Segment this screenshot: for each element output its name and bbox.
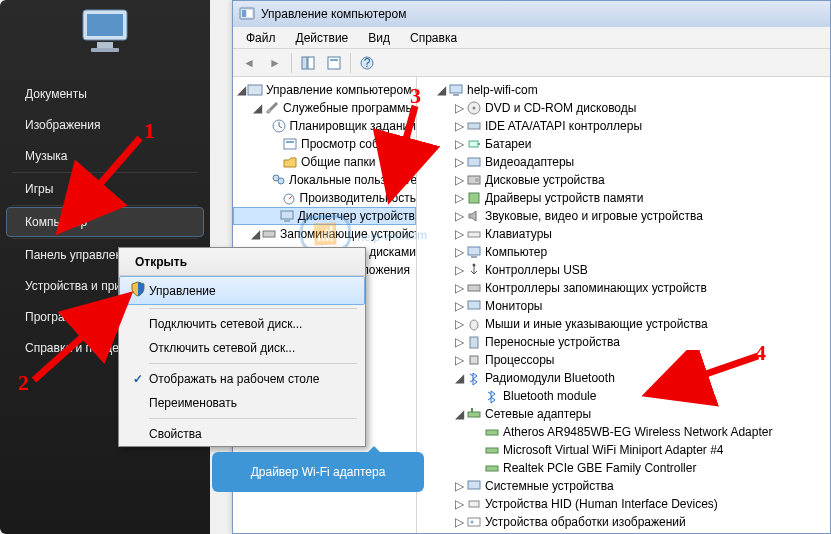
svg-rect-3	[91, 48, 119, 52]
svg-rect-33	[469, 141, 478, 147]
node-label: Устройства обработки изображений	[485, 515, 686, 529]
svg-rect-32	[468, 123, 480, 129]
svg-text:?: ?	[364, 56, 371, 70]
ctx-open[interactable]: Открыть	[119, 248, 365, 276]
computer-icon	[75, 0, 155, 60]
node-icon	[466, 244, 482, 260]
show-hide-tree-button[interactable]	[296, 51, 320, 75]
device-node[interactable]: ▷Клавиатуры	[417, 225, 830, 243]
svg-rect-35	[468, 158, 480, 166]
device-leaf[interactable]: Microsoft Virtual WiFi Miniport Adapter …	[417, 441, 830, 459]
tree-root[interactable]: ◢ Управление компьютером (локальным)	[233, 81, 416, 99]
node-icon	[466, 154, 482, 170]
node-label: Устройства HID (Human Interface Devices)	[485, 497, 718, 511]
svg-rect-41	[471, 256, 477, 258]
tree-root[interactable]: ◢ help-wifi-com	[417, 81, 830, 99]
ctx-label: Переименовать	[149, 396, 237, 410]
device-leaf[interactable]: Atheros AR9485WB-EG Wireless Network Ada…	[417, 423, 830, 441]
menu-help[interactable]: Справка	[401, 28, 466, 48]
node-label: Радиомодули Bluetooth	[485, 371, 615, 385]
node-icon	[466, 496, 482, 512]
node-icon	[466, 262, 482, 278]
svg-rect-48	[468, 412, 480, 417]
svg-rect-53	[468, 481, 480, 489]
ctx-label: Отображать на рабочем столе	[149, 372, 319, 386]
menu-action[interactable]: Действие	[287, 28, 358, 48]
svg-rect-21	[281, 211, 293, 219]
node-icon	[466, 514, 482, 530]
node-icon	[466, 316, 482, 332]
node-label: Переносные устройства	[485, 335, 620, 349]
node-label: Процессоры	[485, 353, 555, 367]
toolbar: ◄ ► ?	[233, 49, 830, 77]
device-tree[interactable]: ◢ help-wifi-com ▷DVD и CD-ROM дисководы▷…	[417, 77, 830, 533]
svg-rect-10	[330, 59, 338, 61]
node-icon	[466, 208, 482, 224]
device-node[interactable]: ▷Мониторы	[417, 297, 830, 315]
forward-button[interactable]: ►	[263, 51, 287, 75]
node-label: Atheros AR9485WB-EG Wireless Network Ada…	[503, 425, 772, 439]
node-label: Мыши и иные указывающие устройства	[485, 317, 708, 331]
node-label: Microsoft Virtual WiFi Miniport Adapter …	[503, 443, 724, 457]
help-button[interactable]: ?	[355, 51, 379, 75]
ctx-properties[interactable]: Свойства	[119, 422, 365, 446]
ctx-disconnect-drive[interactable]: Отключить сетевой диск...	[119, 336, 365, 360]
device-node[interactable]: ▷Устройства HID (Human Interface Devices…	[417, 495, 830, 513]
node-label: Дисковые устройства	[485, 173, 605, 187]
tree-label: Управление компьютером (локальным)	[266, 83, 417, 97]
svg-rect-17	[286, 141, 294, 143]
device-node[interactable]: ▷IDE ATA/ATAPI контроллеры	[417, 117, 830, 135]
svg-point-45	[470, 320, 478, 330]
node-icon	[466, 226, 482, 242]
menu-file[interactable]: Файл	[237, 28, 285, 48]
device-node[interactable]: ▷Переносные устройства	[417, 333, 830, 351]
node-icon	[466, 190, 482, 206]
ctx-rename[interactable]: Переименовать	[119, 391, 365, 415]
device-node[interactable]: ▷Звуковые, видео и игровые устройства	[417, 207, 830, 225]
arrow-1	[40, 130, 160, 250]
node-label: Bluetooth module	[503, 389, 596, 403]
svg-point-31	[473, 107, 476, 110]
annotation-number-2: 2	[18, 370, 29, 396]
device-node[interactable]: ▷Компьютер	[417, 243, 830, 261]
svg-rect-47	[470, 356, 478, 364]
annotation-number-4: 4	[755, 340, 766, 366]
node-label: Батареи	[485, 137, 531, 151]
back-button[interactable]: ◄	[237, 51, 261, 75]
device-node[interactable]: ▷Контроллеры USB	[417, 261, 830, 279]
node-icon	[466, 334, 482, 350]
device-node[interactable]: ▷Контроллеры запоминающих устройств	[417, 279, 830, 297]
start-item-documents[interactable]: Документы	[6, 79, 204, 109]
device-node[interactable]: ▷Системные устройства	[417, 477, 830, 495]
device-node[interactable]: ▷Устройства обработки изображений	[417, 513, 830, 531]
ctx-show-desktop[interactable]: Отображать на рабочем столе	[119, 367, 365, 391]
tree-node[interactable]: ◢Запоминающие устройства	[233, 225, 416, 243]
menu-view[interactable]: Вид	[359, 28, 399, 48]
svg-rect-28	[450, 85, 462, 93]
device-node[interactable]: ▷Мыши и иные указывающие устройства	[417, 315, 830, 333]
ctx-label: Свойства	[149, 427, 202, 441]
device-node[interactable]: ▷Видеоадаптеры	[417, 153, 830, 171]
node-icon	[466, 100, 482, 116]
ctx-manage[interactable]: Управление	[119, 276, 365, 305]
device-node[interactable]: ▷Драйверы устройств памяти	[417, 189, 830, 207]
svg-rect-5	[242, 10, 246, 17]
svg-point-14	[267, 109, 271, 113]
node-icon	[466, 136, 482, 152]
ctx-map-drive[interactable]: Подключить сетевой диск...	[119, 312, 365, 336]
node-icon	[466, 280, 482, 296]
separator	[291, 53, 292, 73]
node-icon	[484, 388, 500, 404]
properties-button[interactable]	[322, 51, 346, 75]
separator	[350, 53, 351, 73]
device-node[interactable]: ▷Дисковые устройства	[417, 171, 830, 189]
device-node[interactable]: ▷Батареи	[417, 135, 830, 153]
svg-rect-8	[308, 57, 314, 69]
device-node[interactable]: ▷DVD и CD-ROM дисководы	[417, 99, 830, 117]
device-leaf[interactable]: Realtek PCIe GBE Family Controller	[417, 459, 830, 477]
node-label: Диспетчер устройств	[298, 209, 415, 223]
separator	[149, 308, 357, 309]
title-bar[interactable]: Управление компьютером	[233, 1, 830, 27]
node-label: IDE ATA/ATAPI контроллеры	[485, 119, 642, 133]
arrow-2	[28, 290, 148, 390]
